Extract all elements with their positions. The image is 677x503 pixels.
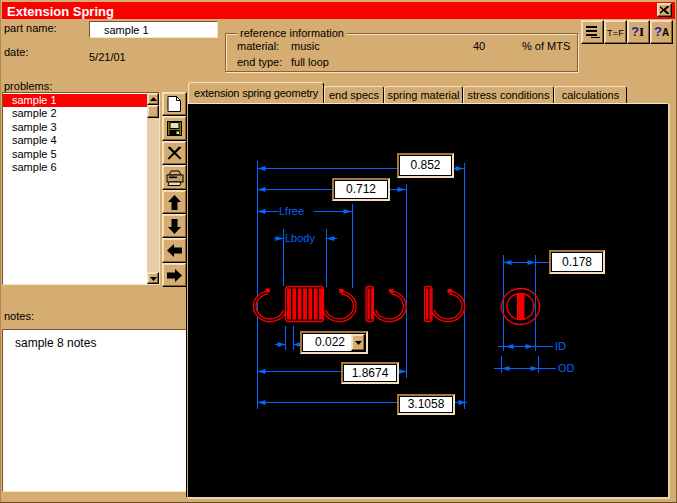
svg-text:ID: ID [555,340,566,352]
svg-text:Lfree: Lfree [279,205,304,217]
svg-text:OD: OD [558,362,575,374]
svg-text:Lbody: Lbody [285,232,315,244]
